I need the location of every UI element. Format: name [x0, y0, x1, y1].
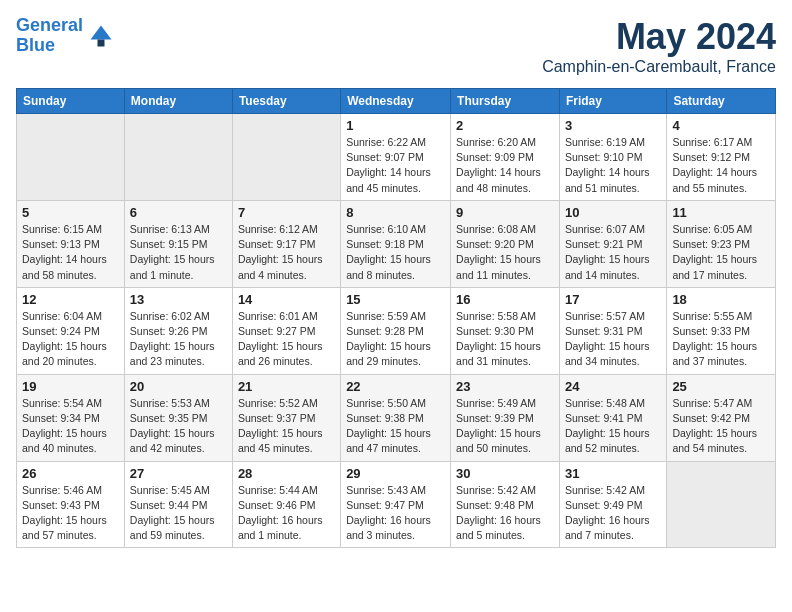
day-info: Sunrise: 6:20 AMSunset: 9:09 PMDaylight:… — [456, 135, 554, 196]
logo-text: General Blue — [16, 16, 83, 56]
calendar-cell — [124, 114, 232, 201]
day-info: Sunrise: 5:55 AMSunset: 9:33 PMDaylight:… — [672, 309, 770, 370]
weekday-header-row: SundayMondayTuesdayWednesdayThursdayFrid… — [17, 89, 776, 114]
calendar-cell: 13Sunrise: 6:02 AMSunset: 9:26 PMDayligh… — [124, 287, 232, 374]
day-info: Sunrise: 6:01 AMSunset: 9:27 PMDaylight:… — [238, 309, 335, 370]
calendar-week-row: 12Sunrise: 6:04 AMSunset: 9:24 PMDayligh… — [17, 287, 776, 374]
day-info: Sunrise: 6:22 AMSunset: 9:07 PMDaylight:… — [346, 135, 445, 196]
day-number: 6 — [130, 205, 227, 220]
day-number: 20 — [130, 379, 227, 394]
day-number: 22 — [346, 379, 445, 394]
day-info: Sunrise: 6:05 AMSunset: 9:23 PMDaylight:… — [672, 222, 770, 283]
calendar-table: SundayMondayTuesdayWednesdayThursdayFrid… — [16, 88, 776, 548]
calendar-week-row: 26Sunrise: 5:46 AMSunset: 9:43 PMDayligh… — [17, 461, 776, 548]
calendar-week-row: 1Sunrise: 6:22 AMSunset: 9:07 PMDaylight… — [17, 114, 776, 201]
day-info: Sunrise: 6:02 AMSunset: 9:26 PMDaylight:… — [130, 309, 227, 370]
day-number: 13 — [130, 292, 227, 307]
day-info: Sunrise: 5:59 AMSunset: 9:28 PMDaylight:… — [346, 309, 445, 370]
day-number: 9 — [456, 205, 554, 220]
day-number: 18 — [672, 292, 770, 307]
calendar-week-row: 19Sunrise: 5:54 AMSunset: 9:34 PMDayligh… — [17, 374, 776, 461]
day-info: Sunrise: 5:46 AMSunset: 9:43 PMDaylight:… — [22, 483, 119, 544]
calendar-cell: 14Sunrise: 6:01 AMSunset: 9:27 PMDayligh… — [232, 287, 340, 374]
weekday-header-wednesday: Wednesday — [341, 89, 451, 114]
day-number: 19 — [22, 379, 119, 394]
day-info: Sunrise: 6:08 AMSunset: 9:20 PMDaylight:… — [456, 222, 554, 283]
calendar-cell: 1Sunrise: 6:22 AMSunset: 9:07 PMDaylight… — [341, 114, 451, 201]
calendar-cell: 30Sunrise: 5:42 AMSunset: 9:48 PMDayligh… — [451, 461, 560, 548]
calendar-cell: 18Sunrise: 5:55 AMSunset: 9:33 PMDayligh… — [667, 287, 776, 374]
title-block: May 2024 Camphin-en-Carembault, France — [542, 16, 776, 76]
weekday-header-thursday: Thursday — [451, 89, 560, 114]
day-info: Sunrise: 5:50 AMSunset: 9:38 PMDaylight:… — [346, 396, 445, 457]
day-number: 4 — [672, 118, 770, 133]
day-info: Sunrise: 5:54 AMSunset: 9:34 PMDaylight:… — [22, 396, 119, 457]
day-info: Sunrise: 5:45 AMSunset: 9:44 PMDaylight:… — [130, 483, 227, 544]
calendar-cell: 5Sunrise: 6:15 AMSunset: 9:13 PMDaylight… — [17, 200, 125, 287]
month-title: May 2024 — [542, 16, 776, 58]
day-number: 8 — [346, 205, 445, 220]
calendar-cell: 15Sunrise: 5:59 AMSunset: 9:28 PMDayligh… — [341, 287, 451, 374]
weekday-header-monday: Monday — [124, 89, 232, 114]
day-info: Sunrise: 6:15 AMSunset: 9:13 PMDaylight:… — [22, 222, 119, 283]
svg-rect-1 — [98, 39, 105, 46]
calendar-cell: 25Sunrise: 5:47 AMSunset: 9:42 PMDayligh… — [667, 374, 776, 461]
location-title: Camphin-en-Carembault, France — [542, 58, 776, 76]
calendar-cell: 24Sunrise: 5:48 AMSunset: 9:41 PMDayligh… — [559, 374, 666, 461]
day-number: 28 — [238, 466, 335, 481]
logo-icon — [87, 22, 115, 50]
day-info: Sunrise: 5:48 AMSunset: 9:41 PMDaylight:… — [565, 396, 661, 457]
weekday-header-tuesday: Tuesday — [232, 89, 340, 114]
day-info: Sunrise: 6:10 AMSunset: 9:18 PMDaylight:… — [346, 222, 445, 283]
day-number: 1 — [346, 118, 445, 133]
calendar-cell — [17, 114, 125, 201]
calendar-cell: 7Sunrise: 6:12 AMSunset: 9:17 PMDaylight… — [232, 200, 340, 287]
day-number: 10 — [565, 205, 661, 220]
page-header: General Blue May 2024 Camphin-en-Caremba… — [16, 16, 776, 76]
day-info: Sunrise: 6:04 AMSunset: 9:24 PMDaylight:… — [22, 309, 119, 370]
day-number: 12 — [22, 292, 119, 307]
calendar-cell: 28Sunrise: 5:44 AMSunset: 9:46 PMDayligh… — [232, 461, 340, 548]
day-number: 16 — [456, 292, 554, 307]
weekday-header-friday: Friday — [559, 89, 666, 114]
calendar-cell: 26Sunrise: 5:46 AMSunset: 9:43 PMDayligh… — [17, 461, 125, 548]
calendar-cell: 16Sunrise: 5:58 AMSunset: 9:30 PMDayligh… — [451, 287, 560, 374]
day-number: 14 — [238, 292, 335, 307]
weekday-header-saturday: Saturday — [667, 89, 776, 114]
day-number: 5 — [22, 205, 119, 220]
calendar-cell: 6Sunrise: 6:13 AMSunset: 9:15 PMDaylight… — [124, 200, 232, 287]
day-info: Sunrise: 5:42 AMSunset: 9:49 PMDaylight:… — [565, 483, 661, 544]
day-info: Sunrise: 6:17 AMSunset: 9:12 PMDaylight:… — [672, 135, 770, 196]
calendar-cell: 27Sunrise: 5:45 AMSunset: 9:44 PMDayligh… — [124, 461, 232, 548]
day-number: 29 — [346, 466, 445, 481]
day-info: Sunrise: 5:44 AMSunset: 9:46 PMDaylight:… — [238, 483, 335, 544]
day-info: Sunrise: 5:52 AMSunset: 9:37 PMDaylight:… — [238, 396, 335, 457]
day-number: 21 — [238, 379, 335, 394]
day-info: Sunrise: 5:53 AMSunset: 9:35 PMDaylight:… — [130, 396, 227, 457]
day-info: Sunrise: 5:42 AMSunset: 9:48 PMDaylight:… — [456, 483, 554, 544]
calendar-cell: 11Sunrise: 6:05 AMSunset: 9:23 PMDayligh… — [667, 200, 776, 287]
day-number: 3 — [565, 118, 661, 133]
day-number: 25 — [672, 379, 770, 394]
day-info: Sunrise: 5:58 AMSunset: 9:30 PMDaylight:… — [456, 309, 554, 370]
day-info: Sunrise: 6:12 AMSunset: 9:17 PMDaylight:… — [238, 222, 335, 283]
day-number: 26 — [22, 466, 119, 481]
calendar-cell: 10Sunrise: 6:07 AMSunset: 9:21 PMDayligh… — [559, 200, 666, 287]
day-info: Sunrise: 5:49 AMSunset: 9:39 PMDaylight:… — [456, 396, 554, 457]
calendar-week-row: 5Sunrise: 6:15 AMSunset: 9:13 PMDaylight… — [17, 200, 776, 287]
calendar-cell: 22Sunrise: 5:50 AMSunset: 9:38 PMDayligh… — [341, 374, 451, 461]
calendar-cell — [232, 114, 340, 201]
calendar-cell: 9Sunrise: 6:08 AMSunset: 9:20 PMDaylight… — [451, 200, 560, 287]
day-number: 2 — [456, 118, 554, 133]
day-number: 23 — [456, 379, 554, 394]
day-number: 30 — [456, 466, 554, 481]
calendar-cell: 12Sunrise: 6:04 AMSunset: 9:24 PMDayligh… — [17, 287, 125, 374]
calendar-cell: 21Sunrise: 5:52 AMSunset: 9:37 PMDayligh… — [232, 374, 340, 461]
calendar-cell: 17Sunrise: 5:57 AMSunset: 9:31 PMDayligh… — [559, 287, 666, 374]
day-number: 24 — [565, 379, 661, 394]
calendar-cell — [667, 461, 776, 548]
day-number: 15 — [346, 292, 445, 307]
day-number: 11 — [672, 205, 770, 220]
calendar-cell: 4Sunrise: 6:17 AMSunset: 9:12 PMDaylight… — [667, 114, 776, 201]
day-info: Sunrise: 6:19 AMSunset: 9:10 PMDaylight:… — [565, 135, 661, 196]
